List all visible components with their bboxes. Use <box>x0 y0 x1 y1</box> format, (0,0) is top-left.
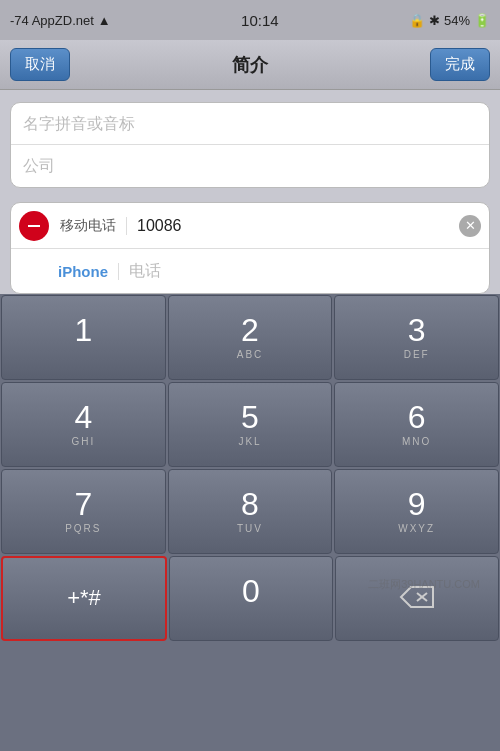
lock-icon: 🔒 <box>409 13 425 28</box>
delete-phone-button[interactable] <box>19 211 49 241</box>
key-7-sub: PQRS <box>65 523 101 536</box>
key-6-sub: MNO <box>402 436 431 449</box>
clear-icon: ✕ <box>465 218 476 233</box>
key-7-main: 7 <box>74 487 92 522</box>
numpad: 1 2 ABC 3 DEF 4 GHI 5 JKL 6 <box>0 294 500 751</box>
key-4-main: 4 <box>74 400 92 435</box>
battery-icon: 🔋 <box>474 13 490 28</box>
numpad-row-2: 4 GHI 5 JKL 6 MNO <box>0 381 500 468</box>
key-1-main: 1 <box>74 313 92 348</box>
name-pinyin-input[interactable] <box>23 115 477 133</box>
numpad-key-4[interactable]: 4 GHI <box>1 382 166 467</box>
key-9-sub: WXYZ <box>398 523 435 536</box>
phone-section: 移动电话 ✕ iPhone 电话 <box>10 202 490 294</box>
status-left: -74 AppZD.net ▲ <box>10 13 111 28</box>
name-form-section <box>10 102 490 188</box>
numpad-key-backspace[interactable] <box>335 556 499 641</box>
backspace-icon <box>399 585 435 613</box>
iphone-label: iPhone <box>11 263 119 280</box>
battery-text: 54% <box>444 13 470 28</box>
key-8-sub: TUV <box>237 523 263 536</box>
numpad-key-6[interactable]: 6 MNO <box>334 382 499 467</box>
key-0-main: 0 <box>242 574 260 609</box>
numpad-row-4: +*# 0 <box>0 555 500 642</box>
key-8-main: 8 <box>241 487 259 522</box>
nav-bar: 取消 简介 完成 <box>0 40 500 90</box>
mobile-phone-row: 移动电话 ✕ <box>11 203 489 249</box>
wifi-icon: ▲ <box>98 13 111 28</box>
company-row <box>11 145 489 187</box>
status-bar: -74 AppZD.net ▲ 10:14 🔒 ✱ 54% 🔋 <box>0 0 500 40</box>
key-6-main: 6 <box>408 400 426 435</box>
numpad-key-0[interactable]: 0 <box>169 556 333 641</box>
numpad-row-3: 7 PQRS 8 TUV 9 WXYZ <box>0 468 500 555</box>
form-area <box>0 90 500 196</box>
phone-row-inner: 移动电话 <box>11 211 459 241</box>
key-9-main: 9 <box>408 487 426 522</box>
page-title: 简介 <box>232 53 268 77</box>
svg-marker-0 <box>401 587 433 607</box>
key-4-sub: GHI <box>71 436 95 449</box>
carrier-text: -74 AppZD.net <box>10 13 94 28</box>
phone-area: 移动电话 ✕ iPhone 电话 二班网39HANTU.COM <box>0 202 500 294</box>
status-time: 10:14 <box>241 12 279 29</box>
key-5-main: 5 <box>241 400 259 435</box>
done-button[interactable]: 完成 <box>430 48 490 81</box>
numpad-key-special[interactable]: +*# <box>1 556 167 641</box>
clear-phone-button[interactable]: ✕ <box>459 215 481 237</box>
iphone-row: iPhone 电话 <box>11 249 489 293</box>
phone-label: 移动电话 <box>57 217 127 235</box>
key-3-main: 3 <box>408 313 426 348</box>
key-special-main: +*# <box>67 586 101 610</box>
numpad-key-1[interactable]: 1 <box>1 295 166 380</box>
cancel-button[interactable]: 取消 <box>10 48 70 81</box>
name-pinyin-row <box>11 103 489 145</box>
numpad-key-3[interactable]: 3 DEF <box>334 295 499 380</box>
key-5-sub: JKL <box>238 436 261 449</box>
iphone-placeholder: 电话 <box>119 261 161 282</box>
status-right: 🔒 ✱ 54% 🔋 <box>409 13 490 28</box>
numpad-key-9[interactable]: 9 WXYZ <box>334 469 499 554</box>
numpad-key-8[interactable]: 8 TUV <box>168 469 333 554</box>
numpad-row-1: 1 2 ABC 3 DEF <box>0 294 500 381</box>
bluetooth-icon: ✱ <box>429 13 440 28</box>
numpad-key-7[interactable]: 7 PQRS <box>1 469 166 554</box>
key-2-sub: ABC <box>237 349 264 362</box>
key-3-sub: DEF <box>404 349 430 362</box>
company-input[interactable] <box>23 157 477 175</box>
numpad-key-2[interactable]: 2 ABC <box>168 295 333 380</box>
numpad-key-5[interactable]: 5 JKL <box>168 382 333 467</box>
key-2-main: 2 <box>241 313 259 348</box>
phone-value-input[interactable] <box>127 217 459 235</box>
